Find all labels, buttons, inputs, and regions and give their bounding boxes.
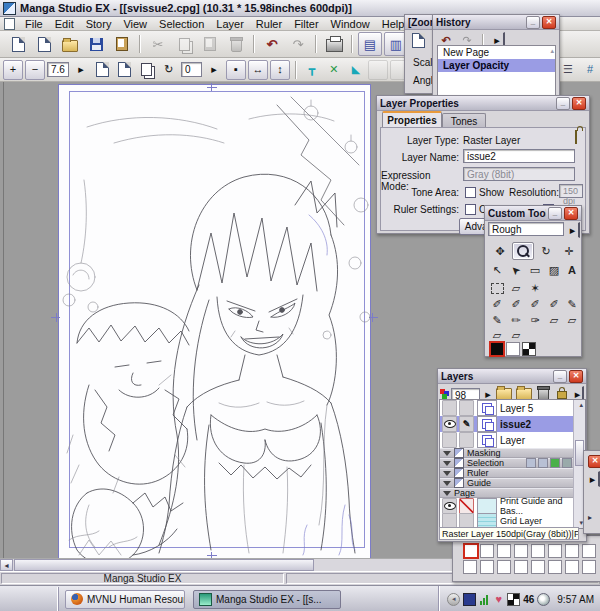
signal-tray-icon[interactable] [479,594,490,605]
draw-cell[interactable] [459,400,474,416]
eraser-tool-1[interactable]: ▱ [544,311,564,329]
pattern-tray-icon[interactable] [507,593,520,606]
layer-row[interactable]: Layer [440,432,586,448]
minimize-button[interactable]: _ [553,370,567,383]
hide-icons-chevron[interactable]: ◂ [447,593,460,606]
swatch[interactable] [531,560,545,574]
close-button[interactable]: ✕ [542,16,556,29]
draw-cell[interactable]: ✎ [459,416,474,432]
object-selector-tool[interactable]: ↖ [487,261,507,279]
no-draw-cell[interactable] [459,498,474,514]
grid-button[interactable]: # [580,60,600,80]
tool-preset-dropdown[interactable]: Rough [488,222,564,236]
history-item-selected[interactable]: Layer Opacity [438,59,555,72]
layer-row[interactable]: Print Guide and Bas... [440,498,586,513]
history-title-bar[interactable]: History _ ✕ [433,15,559,30]
menu-layer[interactable]: Layer [210,18,250,30]
fit-width-button[interactable]: ↔ [248,60,268,80]
zoom-page-button[interactable] [409,32,427,48]
zoom-tool-selected[interactable] [512,242,534,260]
print-button[interactable] [322,32,346,56]
menu-window[interactable]: Window [325,18,376,30]
clock-tray-icon[interactable] [537,593,550,606]
scroll-up-icon[interactable]: ▴ [579,401,583,409]
swatch[interactable] [497,544,511,558]
swatch[interactable] [480,560,494,574]
next-page-button[interactable] [137,60,157,80]
parallel-lines-button[interactable]: ☰ [558,60,578,80]
selection-tag-icon[interactable] [562,458,572,468]
arrow-tool[interactable]: ➤ [506,261,526,279]
snap-shape-button[interactable]: ◣ [346,60,366,80]
background-color-swatch[interactable] [506,342,520,356]
menu-story[interactable]: Story [80,18,118,30]
text-tool[interactable]: A [563,261,581,279]
rotation-menu-arrow[interactable]: ▸ [204,60,224,80]
layer-row[interactable]: Grid Layer [440,513,586,528]
layer-row-selected[interactable]: ✎ issue2 [440,416,586,432]
history-item[interactable]: New Page [438,46,555,59]
swatch[interactable] [548,544,562,558]
section-selection[interactable]: Selection [440,458,586,468]
layer-row[interactable]: Layer 5 [440,400,586,416]
delete-button[interactable] [224,32,248,56]
transparent-color-swatch[interactable] [522,342,536,356]
visibility-cell[interactable] [442,416,457,432]
figure-tool[interactable]: ▨ [544,261,564,279]
copy-button[interactable] [172,32,196,56]
swatch[interactable] [582,544,596,558]
minimize-button[interactable]: _ [556,97,570,110]
zoom-in-button[interactable]: + [3,60,23,80]
paste-button[interactable] [198,32,222,56]
minimize-button[interactable]: _ [548,207,562,220]
section-ruler[interactable]: Ruler [440,468,586,478]
show-checkbox[interactable] [465,187,476,198]
expand-arrow-icon[interactable]: ▸ [588,513,592,522]
taskbar-button-firefox[interactable]: MVNU Human Resour... [65,590,185,609]
palette-menu-button[interactable]: ▸ [586,471,600,487]
redo-button[interactable]: ↷ [286,32,310,56]
move-tool[interactable]: ✛ [558,242,580,260]
new-from-template-button[interactable] [32,32,56,56]
marker-tool[interactable]: ✑ [525,311,545,329]
preset-menu-button[interactable]: ▸ [566,222,580,238]
swatch[interactable] [463,560,477,574]
section-guide[interactable]: Guide [440,478,586,488]
quick-launch-area[interactable] [0,587,59,611]
scroll-up-icon[interactable]: ▴ [550,47,554,55]
swatch[interactable] [548,560,562,574]
close-button[interactable]: ✕ [572,97,586,110]
foreground-color-swatch[interactable] [489,341,505,357]
swatch[interactable] [480,544,494,558]
swatch[interactable] [531,544,545,558]
draw-cell[interactable] [459,432,474,448]
menu-ruler[interactable]: Ruler [250,18,288,30]
display-tray-icon[interactable] [463,593,476,606]
custom-tools-title-bar[interactable]: Custom Tools _ ✕ [485,206,581,221]
convert-to-layer-checkbox[interactable] [465,204,476,215]
selection-store-icon[interactable] [526,458,536,468]
layer-name-field[interactable]: issue2 [463,149,575,163]
close-button[interactable]: ✕ [564,207,578,220]
visibility-cell[interactable] [442,498,457,514]
rotation-field[interactable]: 0 [181,62,202,77]
zoom-menu-arrow[interactable]: ▸ [71,60,91,80]
layer-properties-title-bar[interactable]: Layer Properties _ ✕ [377,96,589,111]
close-button[interactable]: ✕ [588,455,600,468]
page-flip-button[interactable] [115,60,135,80]
export-button[interactable] [110,32,134,56]
minimize-button[interactable]: _ [526,16,540,29]
zoom-value-field[interactable]: 7.6 [47,62,69,77]
color-mode-icon[interactable] [440,389,449,399]
cut-button[interactable]: ✂ [146,32,170,56]
taskbar-button-manga-studio[interactable]: Manga Studio EX - [[s... [193,590,341,609]
swatch[interactable] [582,560,596,574]
document-page[interactable] [58,84,371,559]
rotate-canvas-tool[interactable]: ↻ [535,242,557,260]
swatch[interactable] [565,544,579,558]
zoom-out-button[interactable]: − [25,60,45,80]
messenger-tray-icon[interactable]: ♥ [493,594,504,605]
save-button[interactable] [84,32,108,56]
swatch[interactable] [514,544,528,558]
ruler-tool-button[interactable]: ┳ [302,60,322,80]
